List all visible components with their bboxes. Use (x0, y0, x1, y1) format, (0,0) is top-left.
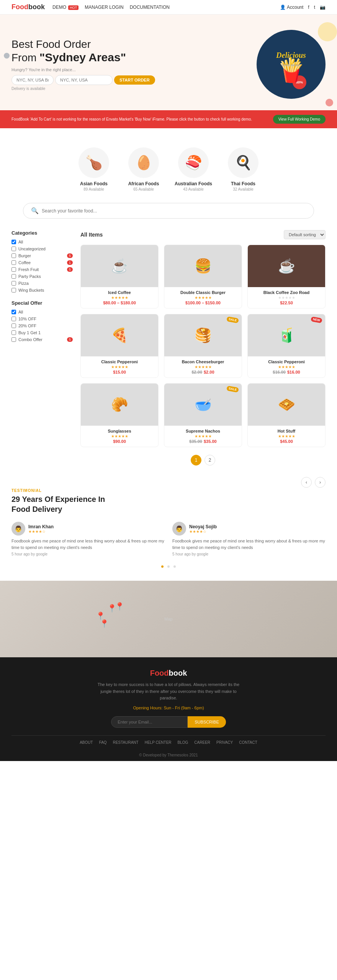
product-bacon-cheese[interactable]: SALE 🥞 Bacon Cheeseburger ★★★★★ $2.00$2.… (164, 314, 242, 378)
special-item-combo[interactable]: Combo Offer 5 (11, 337, 73, 342)
start-order-button[interactable]: START ORDER (114, 75, 155, 85)
category-australian[interactable]: 🍣 Australian Foods 43 Available (174, 147, 213, 191)
dot-2 (167, 565, 170, 568)
sidebar-checkbox-wings[interactable] (11, 288, 16, 292)
page-1-button[interactable]: 1 (191, 455, 201, 466)
product-double-burger[interactable]: 🍔 Double Classic Burger ★★★★★ $100.00 – … (164, 245, 242, 309)
sidebar-item-fresh[interactable]: Fresh Fruit 5 (11, 267, 73, 272)
special-checkbox-buy1[interactable] (11, 330, 16, 335)
thai-name: Thai Foods (231, 181, 255, 186)
sidebar-checkbox-fresh[interactable] (11, 267, 16, 272)
product-supreme-nachos[interactable]: SALE 🥣 Supreme Nachos ★★★★★ $35.00$35.00 (164, 383, 242, 447)
sidebar-item-uncategorized[interactable]: Uncategorized (11, 247, 73, 251)
subscribe-button[interactable]: SUBSCRIBE (188, 716, 226, 728)
african-image: 🥚 (128, 147, 159, 178)
product-hot-stuff[interactable]: 🧇 Hot Stuff ★★★★★ $45.00 (247, 383, 326, 447)
sidebar-item-party[interactable]: Party Packs (11, 274, 73, 279)
account-link[interactable]: 👤 Account (280, 5, 303, 10)
special-checkbox-10off[interactable] (11, 317, 16, 321)
footer-blog[interactable]: BLOG (178, 740, 188, 745)
hero-search: START ORDER (11, 75, 241, 85)
map-pin-3: 📍 (100, 619, 109, 628)
special-item-10off[interactable]: 10% OFF (11, 317, 73, 321)
classic-pep1-price: $15.00 (84, 370, 155, 374)
product-classic-pepperoni-1[interactable]: 🍕 Classic Pepperoni ★★★★★ $15.00 (80, 314, 159, 378)
sidebar-item-wings[interactable]: Wing Buckets (11, 288, 73, 292)
page-2-button[interactable]: 2 (204, 455, 215, 466)
sidebar: Categories All Uncategorized Burger 5 Co… (11, 230, 73, 466)
search-icon: 🔍 (31, 207, 39, 214)
products-grid: ☕ Iced Coffee ★★★★★ $80.00 – $180.00 🍔 D… (80, 245, 326, 447)
sunglasses-price: $90.00 (84, 439, 155, 444)
sidebar-checkbox-burger[interactable] (11, 253, 16, 258)
special-checkbox-20off[interactable] (11, 323, 16, 328)
testimonial-prev-button[interactable]: ‹ (301, 477, 312, 488)
sidebar-item-all[interactable]: All (11, 240, 73, 244)
search-input[interactable] (55, 75, 113, 85)
sunglasses-img: 🥐 (81, 384, 158, 426)
neoyaj-avatar: 👨 (172, 522, 186, 536)
footer-career[interactable]: CAREER (194, 740, 210, 745)
footer-help[interactable]: HELP CENTER (145, 740, 172, 745)
shop-section: Categories All Uncategorized Burger 5 Co… (0, 226, 337, 477)
footer-privacy[interactable]: PRIVACY (216, 740, 233, 745)
nachos-info: Supreme Nachos ★★★★★ $35.00$35.00 (164, 426, 242, 447)
special-item-20off[interactable]: 20% OFF (11, 323, 73, 328)
sort-select[interactable]: Default sorting (284, 230, 326, 239)
hero-content: Best Food Order From "Sydney Areas" Hung… (11, 38, 241, 91)
nav-docs[interactable]: DOCUMENTATION (130, 5, 170, 10)
footer-restaurant[interactable]: RESTAURANT (113, 740, 139, 745)
special-item-all[interactable]: All (11, 310, 73, 314)
map-pin-4: 📍 (115, 602, 124, 611)
testimonial-next-button[interactable]: › (315, 477, 326, 488)
bacon-info: Bacon Cheeseburger ★★★★★ $2.00$2.00 (164, 356, 242, 377)
category-african[interactable]: 🥚 African Foods 65 Available (124, 147, 163, 191)
product-iced-coffee[interactable]: ☕ Iced Coffee ★★★★★ $80.00 – $180.00 (80, 245, 159, 309)
instagram-icon[interactable]: 📷 (320, 5, 326, 10)
category-asian[interactable]: 🍗 Asian Foods 89 Available (75, 147, 113, 191)
location-input[interactable] (11, 75, 54, 85)
brand-logo[interactable]: Foodbook (11, 3, 45, 11)
sidebar-item-burger[interactable]: Burger 5 (11, 253, 73, 258)
sidebar-checkbox-party[interactable] (11, 274, 16, 279)
product-classic-pepperoni-2[interactable]: NEW 🧃 Classic Pepperoni ★★★★★ $16.00$16.… (247, 314, 326, 378)
imran-stars: ★★★★☆ (28, 529, 54, 534)
sidebar-item-coffee[interactable]: Coffee 1 (11, 260, 73, 265)
hot-stuff-price: $45.00 (251, 439, 322, 444)
special-item-buy1[interactable]: Buy 1 Get 1 (11, 330, 73, 335)
nav-manager[interactable]: MANAGER LOGIN (85, 5, 123, 10)
special-checkbox-all[interactable] (11, 310, 16, 314)
special-checkbox-combo[interactable] (11, 337, 16, 342)
facebook-icon[interactable]: f (308, 5, 309, 10)
footer-contact[interactable]: CONTACT (239, 740, 257, 745)
sidebar-checkbox-coffee[interactable] (11, 260, 16, 265)
sidebar-checkbox-pizza[interactable] (11, 281, 16, 286)
iced-coffee-img: ☕ (81, 245, 158, 287)
footer-faq[interactable]: FAQ (99, 740, 107, 745)
sidebar-item-pizza[interactable]: Pizza (11, 281, 73, 286)
subscribe-email-input[interactable] (111, 716, 188, 728)
footer-about[interactable]: ABOUT (80, 740, 93, 745)
notice-btn[interactable]: View Full Working Demo (273, 115, 326, 124)
twitter-icon[interactable]: t (314, 5, 315, 10)
footer: Foodbook The key to more success is to h… (0, 657, 337, 761)
product-search-input[interactable] (42, 208, 306, 214)
imran-avatar: 👨 (11, 522, 25, 536)
product-sunglasses[interactable]: 🥐 Sunglasses ★★★★★ $90.00 (80, 383, 159, 447)
product-black-coffee[interactable]: ☕ Black Coffee Zoo Road ★★★★★ $22.50 (247, 245, 326, 309)
testimonial-neoyaj: 👨 Neoyaj Sojib ★★★★☆ Foodbook gives me p… (172, 522, 326, 556)
nachos-price: $35.00$35.00 (167, 439, 239, 444)
sidebar-checkbox-all[interactable] (11, 240, 16, 244)
circle-text: Delicious food menu (276, 51, 306, 68)
nav-demo[interactable]: DEMO HOT (52, 5, 79, 10)
thai-count: 32 Available (233, 187, 254, 191)
imran-review-text: Foodbook gives me peace of mind one less… (11, 538, 165, 550)
navbar: Foodbook DEMO HOT MANAGER LOGIN DOCUMENT… (0, 0, 337, 15)
category-thai[interactable]: 🍳 Thai Foods 32 Available (224, 147, 262, 191)
hero-tagline: Hungry? You're in the right place... (11, 67, 241, 72)
imran-name: Imran Khan (28, 524, 54, 529)
testimonial-nav: ‹ › (301, 477, 326, 488)
double-burger-info: Double Classic Burger ★★★★★ $100.00 – $1… (164, 287, 242, 308)
sidebar-checkbox-uncat[interactable] (11, 247, 16, 251)
testimonial-label: TESTIMONIAL (11, 488, 105, 493)
